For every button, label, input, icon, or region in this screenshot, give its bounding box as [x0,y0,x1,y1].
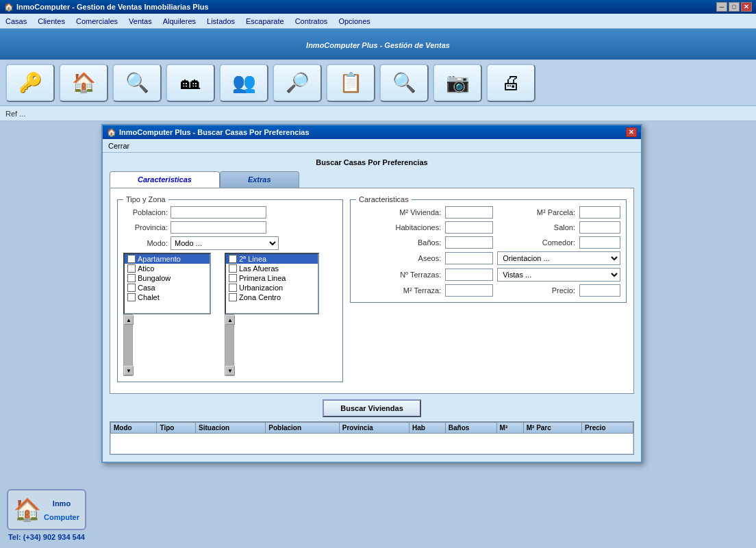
tipo-item-bungalow[interactable]: Bungalow [125,273,210,283]
provincia-input[interactable] [171,221,266,234]
banos-input[interactable] [445,236,493,249]
tipo-scrollbar[interactable]: ▲ ▼ [123,314,133,376]
print-icon: 🖨 [501,71,520,94]
cb-apartamento[interactable] [127,255,136,263]
orientacion-select[interactable]: Orientacion ... [497,251,620,265]
col-modo: Modo [111,423,157,434]
cb-primera-linea[interactable] [229,274,237,282]
cb-casa[interactable] [127,284,136,292]
menu-opciones[interactable]: Opciones [338,17,370,25]
phone-text: Tel: (+34) 902 934 544 [8,533,85,541]
tipo-casa-label: Casa [138,284,155,292]
tab-caracteristicas[interactable]: Caracteristicas [110,171,220,188]
tipo-item-chalet[interactable]: Chalet [125,292,210,302]
col-m2parc: M² Parc [523,423,581,434]
menu-escaparate[interactable]: Escaparate [246,17,284,25]
keys-button[interactable]: 🔑 [5,64,55,102]
menu-ventas[interactable]: Ventas [129,17,152,25]
search2-icon: 🔍 [392,71,416,94]
cb-afueras[interactable] [229,264,237,273]
dialog-cerrar-menu[interactable]: Cerrar [108,142,129,150]
caracteristicas-fieldset: Caracteristicas M² Vivienda: M² Parcela:… [350,195,627,303]
provincia-row: Provincia: [123,221,337,234]
tipo-item-casa[interactable]: Casa [125,283,210,292]
house-button[interactable]: 🏠 [59,64,108,102]
menu-casas[interactable]: Casas [5,17,27,25]
find-client-button[interactable]: 🔎 [273,64,322,102]
dialog-close-button[interactable]: ✕ [626,127,637,137]
col-tipo: Tipo [157,423,196,434]
precio-input[interactable] [579,284,620,297]
zona-scroll-down[interactable]: ▼ [225,366,235,375]
comedor-label: Comedor: [497,238,575,247]
window-title: InmoComputer - Gestion de Ventas Inmobil… [16,3,209,11]
comedor-input[interactable] [579,236,620,249]
salon-input[interactable] [579,221,620,234]
close-window-button[interactable]: ✕ [741,2,752,12]
menubar: Casas Clientes Comerciales Ventas Alquil… [0,14,756,29]
tipo-scroll-up[interactable]: ▲ [124,315,134,325]
habitaciones-input[interactable] [445,221,493,234]
menu-listados[interactable]: Listados [207,17,235,25]
header-title: InmoComputer Plus - Gestión de Ventas [306,41,450,49]
menu-comerciales[interactable]: Comerciales [76,17,118,25]
titlebar-left: 🏠 InmoComputer - Gestion de Ventas Inmob… [4,3,209,12]
zona-scroll-up[interactable]: ▲ [225,315,235,325]
cb-2linea[interactable] [229,255,237,263]
poblacion-row: Poblacion: [123,206,337,219]
tipo-listbox[interactable]: Apartamento Atico Bungalow [123,253,211,314]
menu-contratos[interactable]: Contratos [295,17,328,25]
terrazas-input[interactable] [445,269,493,281]
dialog-form-title: Buscar Casas Por Preferencias [103,153,641,171]
vistas-select[interactable]: Vistas ... [497,268,620,282]
results-empty-cell [111,434,633,454]
minimize-button[interactable]: ─ [716,2,727,12]
zona-item-2linea[interactable]: 2ª Linea [226,254,318,264]
dialog-titlebar: 🏠 InmoComputer Plus - Buscar Casas Por P… [103,125,641,139]
zona-item-primera-linea[interactable]: Primera Linea [226,273,318,283]
maximize-button[interactable]: □ [729,2,740,12]
m2-vivienda-input[interactable] [445,206,493,219]
terrazas-label: Nº Terrazas: [356,271,441,279]
logo-line2: Computer [44,510,79,523]
precio-label: Precio: [497,286,575,295]
col-banos: Baños [445,423,496,434]
zona-item-afueras[interactable]: Las Afueras [226,264,318,273]
cb-atico[interactable] [127,264,136,273]
list-button[interactable]: 📋 [326,64,375,102]
titlebar-buttons: ─ □ ✕ [716,2,752,12]
zona-listbox[interactable]: 2ª Linea Las Afueras Primera Linea [225,253,319,314]
properties-button[interactable]: 🏘 [166,64,215,102]
habitaciones-label: Habitaciones: [356,223,441,232]
zona-scrollbar[interactable]: ▲ ▼ [225,314,234,376]
print-button[interactable]: 🖨 [486,64,536,102]
dialog-menubar: Cerrar [103,139,641,153]
menu-clientes[interactable]: Clientes [38,17,65,25]
camera-button[interactable]: 📷 [433,64,482,102]
cb-chalet[interactable] [127,293,136,301]
zona-item-urbanizacion[interactable]: Urbanizacion [226,283,318,292]
col-hab: Hab [409,423,445,434]
search2-button[interactable]: 🔍 [379,64,429,102]
menu-alquileres[interactable]: Alquileres [163,17,196,25]
tipo-item-atico[interactable]: Atico [125,264,210,273]
modo-select[interactable]: Modo ... Venta Alquiler [171,236,279,250]
buscar-viviendas-button[interactable]: Buscar Viviendas [323,399,421,417]
clients-button[interactable]: 👥 [219,64,268,102]
col-precio: Precio [582,423,633,434]
m2-terraza-input[interactable] [445,284,493,297]
cb-urbanizacion[interactable] [229,284,237,292]
tipo-scroll-down[interactable]: ▼ [124,366,134,375]
aseos-input[interactable] [445,252,493,264]
cb-bungalow[interactable] [127,274,136,282]
tipo-item-apartamento[interactable]: Apartamento [125,254,210,264]
zona-afueras-label: Las Afueras [239,264,279,273]
poblacion-input[interactable] [171,206,266,219]
zona-item-zona-centro[interactable]: Zona Centro [226,292,318,302]
search-button[interactable]: 🔍 [112,64,162,102]
cb-zona-centro[interactable] [229,293,237,301]
tab-extras[interactable]: Extras [220,171,299,188]
m2-parcela-input[interactable] [579,206,620,219]
col-m2: M² [496,423,523,434]
dialog: 🏠 InmoComputer Plus - Buscar Casas Por P… [101,124,642,463]
